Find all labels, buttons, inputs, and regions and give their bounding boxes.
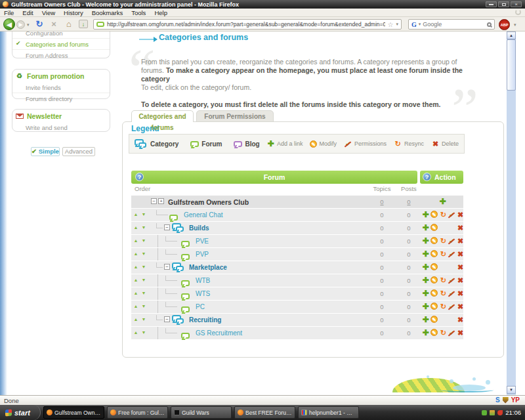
minimize-button[interactable] [486,1,497,7]
delete-icon[interactable]: ✖ [456,289,465,298]
taskbar-task[interactable]: Gulfstream Owners Cl... [43,406,104,419]
tab-categories-and-forums[interactable]: Categories and forums [131,110,194,122]
delete-icon[interactable]: ✖ [456,250,465,259]
bookmark-star-icon[interactable]: ☆ [388,21,394,28]
forum-link[interactable]: PVP [196,251,209,258]
move-up-icon[interactable]: ▲ [133,278,139,282]
category-link[interactable]: Recruiting [189,316,221,324]
modify-icon[interactable]: ✎ [430,303,438,310]
restore-button[interactable] [498,1,509,7]
move-down-icon[interactable]: ▼ [140,238,147,243]
permissions-icon[interactable]: ✔ [448,303,456,311]
menu-bookmarks[interactable]: Bookmarks [92,9,123,16]
move-down-icon[interactable]: ▼ [140,212,147,217]
move-down-icon[interactable]: ▼ [140,264,147,269]
add-icon[interactable]: ✚ [421,250,430,259]
add-icon[interactable]: ✚ [421,276,430,285]
resync-icon[interactable]: ↻ [439,276,448,285]
modify-icon[interactable]: ✎ [430,224,438,231]
collapse-icon[interactable]: − [151,198,157,204]
forum-link[interactable]: WTS [196,290,210,297]
add-icon[interactable]: ✚ [421,289,430,298]
move-down-icon[interactable]: ▼ [140,304,147,308]
taskbar-task[interactable]: Guild Wars [171,406,232,419]
engine-dropdown-icon[interactable]: ▾ [419,22,421,27]
vertical-scrollbar[interactable]: ▲ ▼ [507,32,516,395]
sidebar-item-write-and-send[interactable]: Write and send [12,122,110,133]
menu-history[interactable]: History [64,9,83,16]
sidebar-item-forum-address[interactable]: Forum Address [12,50,110,60]
download-button[interactable]: ↓ [79,20,88,28]
add-icon[interactable]: ✚ [421,329,430,337]
tray-chart-icon[interactable] [490,410,495,415]
scroll-up-icon[interactable]: ▲ [507,32,516,39]
resync-icon[interactable]: ↻ [439,289,448,298]
add-icon[interactable]: ✚ [421,237,430,245]
delete-icon[interactable]: ✖ [456,316,465,324]
move-up-icon[interactable]: ▲ [133,330,139,335]
scrollbar-thumb[interactable] [507,39,516,91]
resync-icon[interactable]: ↻ [439,237,448,245]
menu-tools[interactable]: Tools [131,9,146,16]
search-input[interactable] [423,21,485,28]
move-down-icon[interactable]: ▼ [140,225,147,230]
status-s-icon[interactable]: S [495,396,500,404]
menu-help[interactable]: Help [154,9,167,16]
reload-button[interactable]: ↻ [34,19,45,29]
permissions-icon[interactable]: ✔ [448,276,456,285]
home-button[interactable]: ⌂ [64,19,74,29]
start-button[interactable]: start [0,405,41,420]
scroll-down-icon[interactable]: ▼ [507,386,516,394]
permissions-icon[interactable]: ✔ [448,289,456,298]
taskbar-task[interactable]: Best FREE Forum Pro... [234,406,295,419]
modify-icon[interactable]: ✎ [430,289,438,297]
move-down-icon[interactable]: ▼ [140,291,147,295]
url-dropdown-icon[interactable]: ▾ [396,22,398,27]
sidebar-item-configuration[interactable]: Configuration [12,32,110,39]
modify-icon[interactable]: ✎ [430,237,438,244]
move-up-icon[interactable]: ▲ [133,225,139,230]
back-button[interactable]: ◀ [3,18,15,30]
add-icon[interactable]: ✚ [421,263,430,272]
adblock-icon[interactable]: ABP [499,19,510,30]
move-down-icon[interactable]: ▼ [140,317,147,322]
move-down-icon[interactable]: ▼ [140,278,147,282]
delete-icon[interactable]: ✖ [456,211,465,219]
advanced-mode-button[interactable]: Advanced [62,147,95,156]
sidebar-item-invite-friends[interactable]: Invite friends [12,82,110,93]
permissions-icon[interactable]: ✔ [448,211,456,219]
resync-icon[interactable]: ↻ [439,211,448,219]
permissions-icon[interactable]: ✔ [448,237,456,245]
forum-link[interactable]: GS Recruitment [196,329,242,337]
add-icon[interactable]: ✚ [421,303,430,311]
move-down-icon[interactable]: ▼ [140,330,147,335]
move-up-icon[interactable]: ▲ [133,304,139,308]
forum-link[interactable]: General Chat [184,211,222,219]
forward-button[interactable]: ▶ [16,20,25,29]
permissions-icon[interactable]: ✔ [448,329,456,337]
move-up-icon[interactable]: ▲ [133,212,139,217]
taskbar-task[interactable]: helpnumber1 - Paint [298,406,359,419]
status-yp-icon[interactable]: YP [511,396,520,404]
category-link[interactable]: Builds [189,224,209,232]
close-button[interactable]: × [511,1,522,7]
category-link[interactable]: Marketplace [189,264,227,271]
forum-link[interactable]: PC [196,303,205,310]
menu-view[interactable]: View [42,9,55,16]
add-icon[interactable]: ✚ [421,316,430,324]
collapse-icon[interactable]: − [164,316,170,322]
delete-icon[interactable]: ✖ [456,329,465,337]
modify-icon[interactable]: ✎ [430,211,438,218]
forum-link[interactable]: PVE [196,238,209,245]
modify-icon[interactable]: ✎ [430,276,438,284]
collapse-icon[interactable]: − [164,264,170,270]
expand-icon[interactable]: + [158,198,164,204]
delete-icon[interactable]: ✖ [456,237,465,245]
move-up-icon[interactable]: ▲ [133,238,139,243]
sidebar-item-categories-and-forums[interactable]: ✔Categories and forums [12,39,110,50]
modify-icon[interactable]: ✎ [430,250,438,257]
menu-file[interactable]: File [4,9,14,16]
resync-icon[interactable]: ↻ [439,303,448,311]
search-icon[interactable] [487,22,492,27]
collapse-icon[interactable]: − [164,224,170,230]
